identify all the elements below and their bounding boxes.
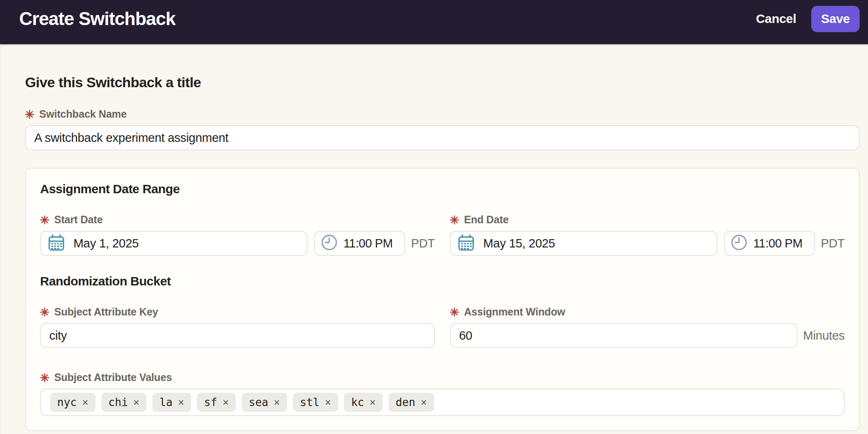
required-asterisk-icon — [450, 215, 459, 225]
start-time-value: 11:00 PM — [343, 237, 393, 250]
clock-icon — [731, 234, 747, 252]
calendar-icon — [457, 233, 475, 253]
required-asterisk-icon — [25, 110, 34, 119]
start-date-label: Start Date — [40, 214, 435, 226]
remove-tag-icon[interactable]: × — [274, 397, 280, 408]
tag-chip: sea× — [242, 393, 287, 412]
tag-label: la — [159, 396, 172, 409]
assignment-window-unit: Minutes — [803, 329, 845, 343]
header: Create Switchback Cancel Save — [0, 0, 868, 44]
remove-tag-icon[interactable]: × — [82, 397, 88, 408]
required-asterisk-icon — [40, 215, 49, 225]
tag-chip: chi× — [101, 393, 147, 412]
calendar-icon — [48, 233, 65, 253]
subject-attribute-values-label-text: Subject Attribute Values — [54, 371, 172, 384]
assignment-window-label: Assignment Window — [450, 306, 845, 318]
end-date-label: End Date — [450, 214, 845, 226]
start-time-input[interactable]: 11:00 PM — [314, 231, 405, 256]
required-asterisk-icon — [450, 308, 459, 317]
start-date-row: May 1, 2025 11:00 PM PDT — [40, 231, 435, 256]
remove-tag-icon[interactable]: × — [178, 397, 184, 408]
end-date-input[interactable]: May 15, 2025 — [450, 231, 717, 256]
end-timezone-label: PDT — [821, 237, 845, 250]
subject-attribute-key-input[interactable] — [40, 323, 435, 348]
switchback-name-input[interactable] — [25, 125, 860, 150]
remove-tag-icon[interactable]: × — [369, 397, 376, 408]
date-range-title: Assignment Date Range — [40, 182, 845, 196]
start-date-group: Start Date — [40, 196, 435, 256]
tag-label: sea — [249, 396, 268, 409]
required-asterisk-icon — [40, 373, 49, 382]
assignment-window-label-text: Assignment Window — [464, 306, 565, 318]
form-section-title: Give this Switchback a title — [25, 74, 860, 91]
assignment-window-input[interactable] — [450, 323, 797, 348]
subject-attribute-values-label: Subject Attribute Values — [40, 371, 845, 384]
switchback-name-label-text: Switchback Name — [39, 108, 127, 120]
subject-attribute-key-label-text: Subject Attribute Key — [54, 306, 158, 318]
tag-label: stl — [300, 396, 320, 409]
tag-chip: stl× — [293, 393, 338, 412]
end-date-label-text: End Date — [464, 214, 509, 226]
start-date-label-text: Start Date — [54, 214, 103, 226]
assignment-card: Assignment Date Range Start Date — [25, 168, 860, 431]
end-time-input[interactable]: 11:00 PM — [724, 231, 815, 256]
clock-icon — [321, 234, 338, 252]
remove-tag-icon[interactable]: × — [222, 397, 229, 408]
remove-tag-icon[interactable]: × — [325, 397, 331, 408]
tag-label: sf — [204, 396, 217, 409]
tag-chip: den× — [389, 393, 434, 412]
content-panel: Give this Switchback a title Switchback … — [2, 44, 868, 434]
tag-label: den — [396, 396, 415, 409]
subject-attribute-values-input[interactable]: nyc×chi×la×sf×sea×stl×kc×den× — [40, 389, 845, 416]
start-timezone-label: PDT — [411, 237, 435, 250]
tag-chip: nyc× — [50, 393, 96, 412]
subject-attribute-key-group: Subject Attribute Key — [40, 288, 435, 348]
start-date-input[interactable]: May 1, 2025 — [40, 231, 308, 256]
tag-label: nyc — [57, 396, 77, 409]
assignment-window-group: Assignment Window Minutes — [450, 288, 845, 348]
cancel-button[interactable]: Cancel — [756, 12, 796, 26]
end-date-group: End Date — [450, 196, 845, 256]
tag-chip: sf× — [197, 393, 236, 412]
randomization-title: Randomization Bucket — [40, 274, 845, 288]
tag-chip: la× — [152, 393, 191, 412]
remove-tag-icon[interactable]: × — [134, 397, 140, 408]
tag-label: chi — [108, 396, 128, 409]
tag-label: kc — [351, 396, 364, 409]
save-button[interactable]: Save — [811, 6, 860, 32]
tag-chip: kc× — [344, 393, 383, 412]
end-time-value: 11:00 PM — [753, 237, 802, 250]
end-date-value: May 15, 2025 — [483, 237, 555, 250]
page-title: Create Switchback — [19, 8, 175, 29]
required-asterisk-icon — [40, 308, 49, 317]
remove-tag-icon[interactable]: × — [421, 397, 427, 408]
start-date-value: May 1, 2025 — [73, 237, 139, 250]
switchback-name-label: Switchback Name — [25, 108, 860, 120]
end-date-row: May 15, 2025 11:00 PM PDT — [450, 231, 845, 256]
subject-attribute-key-label: Subject Attribute Key — [40, 306, 435, 318]
